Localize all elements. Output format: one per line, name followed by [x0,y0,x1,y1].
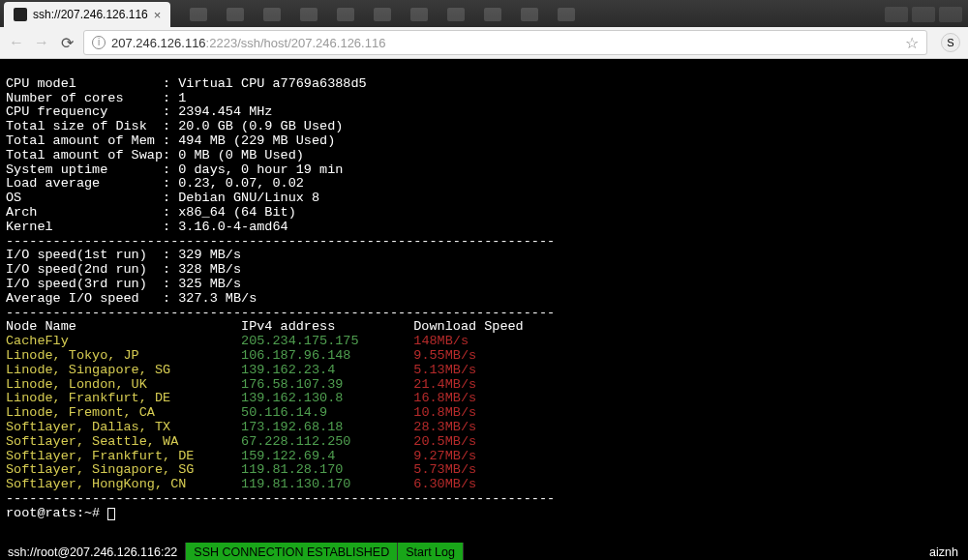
watermark: aiznh [929,545,968,559]
browser-tab[interactable]: ssh://207.246.126.116 × [4,2,170,27]
status-connection[interactable]: ssh://root@207.246.126.116:22 [0,543,185,560]
url-text: 207.246.126.116:2223/ssh/host/207.246.12… [111,36,899,50]
maximize-button[interactable] [912,7,935,22]
terminal-output[interactable]: CPU model : Virtual CPU a7769a6388d5 Num… [0,59,968,543]
close-button[interactable] [939,7,962,22]
browser-toolbar: ← → ⟳ i 207.246.126.116:2223/ssh/host/20… [0,27,968,58]
back-button[interactable]: ← [8,34,25,51]
status-message: SSH CONNECTION ESTABLISHED [186,543,397,560]
tab-title: ssh://207.246.126.116 [33,8,148,21]
address-bar[interactable]: i 207.246.126.116:2223/ssh/host/207.246.… [83,30,927,55]
browser-chrome: ssh://207.246.126.116 × ← → ⟳ i 207.246.… [0,0,968,59]
tab-favicon [14,8,27,21]
window-controls [879,2,968,27]
info-icon[interactable]: i [92,36,106,49]
tab-strip-background [170,2,879,27]
terminal-cursor [107,508,115,520]
minimize-button[interactable] [885,7,908,22]
reload-button[interactable]: ⟳ [58,34,76,51]
tab-strip: ssh://207.246.126.116 × [0,0,968,27]
status-bar: ssh://root@207.246.126.116:22 SSH CONNEC… [0,543,968,560]
profile-avatar[interactable]: S [941,33,960,52]
bookmark-icon[interactable]: ☆ [905,34,919,52]
close-icon[interactable]: × [154,8,162,22]
start-log-button[interactable]: Start Log [398,543,463,560]
forward-button[interactable]: → [33,34,50,51]
